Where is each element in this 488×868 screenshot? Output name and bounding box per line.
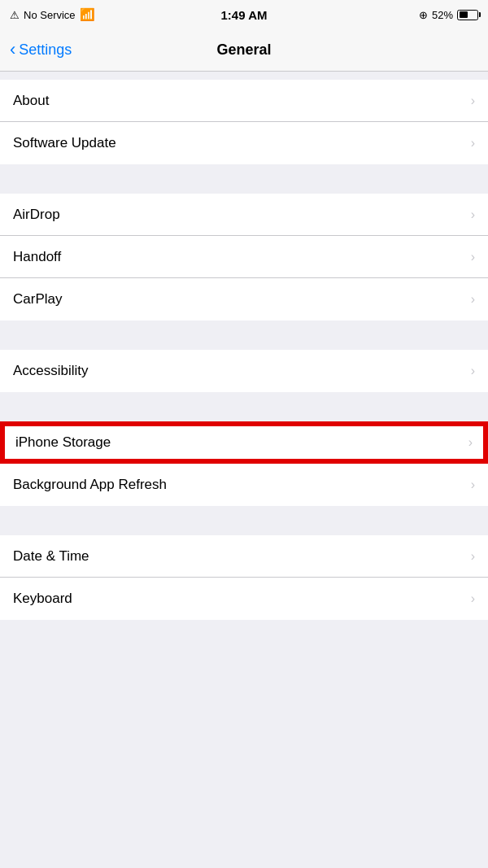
section-gap-1	[0, 321, 488, 350]
settings-row-background-app-refresh[interactable]: Background App Refresh›	[0, 464, 488, 506]
row-label-date-time: Date & Time	[13, 548, 89, 565]
settings-row-iphone-storage[interactable]: iPhone Storage›	[0, 421, 488, 464]
row-label-accessibility: Accessibility	[13, 363, 89, 379]
chevron-icon-background-app-refresh: ›	[471, 478, 475, 492]
settings-row-about[interactable]: About›	[0, 80, 488, 122]
status-left: ⚠ No Service 📶	[10, 7, 95, 22]
no-service-text: No Service	[24, 9, 76, 21]
settings-row-carplay[interactable]: CarPlay›	[0, 278, 488, 321]
battery-percent: 52%	[432, 9, 453, 21]
settings-row-handoff[interactable]: Handoff›	[0, 236, 488, 278]
lock-rotation-icon: ⊕	[419, 9, 428, 21]
settings-group-section2: AirDrop›Handoff›CarPlay›	[0, 194, 488, 321]
settings-row-accessibility[interactable]: Accessibility›	[0, 350, 488, 392]
chevron-icon-iphone-storage: ›	[468, 435, 473, 450]
row-label-about: About	[13, 93, 49, 109]
settings-group-section3: Accessibility›	[0, 350, 488, 392]
chevron-icon-software-update: ›	[471, 136, 475, 150]
row-label-keyboard: Keyboard	[13, 591, 72, 607]
settings-group-section4: iPhone Storage›Background App Refresh›	[0, 421, 488, 506]
section-gap-3	[0, 506, 488, 535]
settings-row-airdrop[interactable]: AirDrop›	[0, 194, 488, 236]
status-bar: ⚠ No Service 📶 1:49 AM ⊕ 52%	[0, 0, 488, 29]
chevron-icon-date-time: ›	[471, 549, 475, 564]
status-right: ⊕ 52%	[419, 9, 478, 21]
page-title: General	[216, 41, 271, 59]
battery-icon	[457, 10, 478, 20]
chevron-icon-handoff: ›	[471, 250, 475, 264]
settings-group-section5: Date & Time›Keyboard›	[0, 535, 488, 620]
chevron-icon-airdrop: ›	[471, 207, 475, 222]
section-gap-2	[0, 392, 488, 421]
row-label-airdrop: AirDrop	[13, 207, 60, 223]
nav-bar: ‹ Settings General	[0, 29, 488, 72]
settings-row-software-update[interactable]: Software Update›	[0, 122, 488, 164]
alert-icon: ⚠	[10, 9, 20, 21]
row-label-background-app-refresh: Background App Refresh	[13, 477, 167, 493]
row-label-handoff: Handoff	[13, 249, 61, 265]
settings-row-date-time[interactable]: Date & Time›	[0, 535, 488, 578]
back-button[interactable]: ‹ Settings	[10, 41, 72, 59]
chevron-icon-carplay: ›	[471, 292, 475, 307]
back-label: Settings	[19, 41, 72, 59]
section-gap-0	[0, 164, 488, 194]
back-arrow-icon: ‹	[10, 41, 15, 59]
settings-sections: About›Software Update›AirDrop›Handoff›Ca…	[0, 80, 488, 620]
row-label-iphone-storage: iPhone Storage	[15, 434, 111, 451]
chevron-icon-keyboard: ›	[471, 591, 475, 606]
chevron-icon-about: ›	[471, 94, 475, 108]
settings-group-section1: About›Software Update›	[0, 80, 488, 164]
settings-row-keyboard[interactable]: Keyboard›	[0, 578, 488, 620]
wifi-icon: 📶	[80, 7, 95, 22]
row-label-carplay: CarPlay	[13, 291, 62, 308]
top-gap	[0, 72, 488, 80]
chevron-icon-accessibility: ›	[471, 364, 475, 378]
status-time: 1:49 AM	[221, 8, 268, 22]
row-label-software-update: Software Update	[13, 135, 116, 151]
